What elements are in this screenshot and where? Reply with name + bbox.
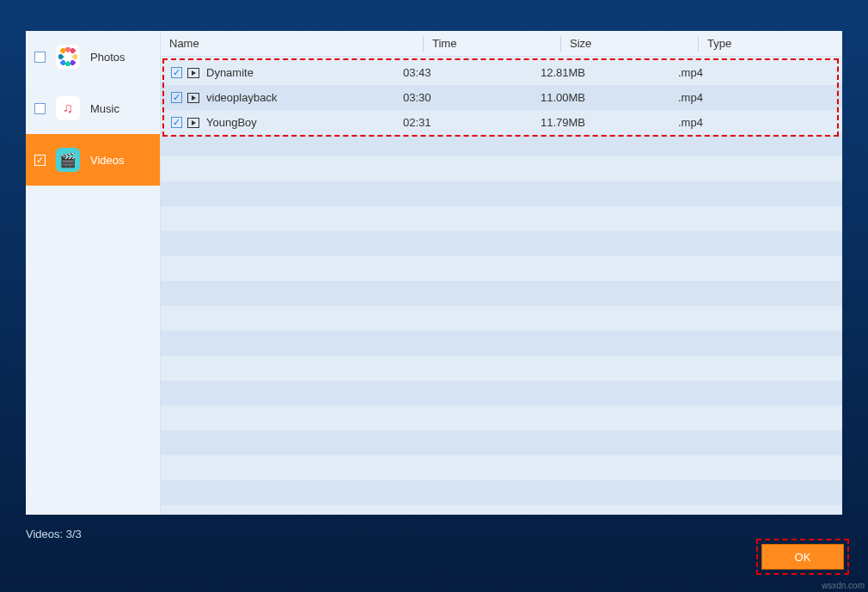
- sidebar-item-photos[interactable]: Photos: [26, 31, 160, 82]
- music-icon: ♫: [56, 96, 80, 120]
- checkbox-icon[interactable]: [34, 103, 46, 114]
- sidebar: Photos ♫ Music 🎬 Videos: [26, 31, 160, 515]
- cell-size: 11.79MB: [532, 116, 669, 129]
- checkbox-icon[interactable]: [171, 117, 182, 128]
- sidebar-item-videos[interactable]: 🎬 Videos: [26, 134, 160, 186]
- video-icon: [187, 118, 199, 128]
- checkbox-icon[interactable]: [171, 92, 182, 103]
- videos-icon: 🎬: [56, 148, 80, 172]
- status-text: Videos: 3/3: [26, 528, 82, 540]
- highlight-annotation: Dynamite 03:43 12.81MB .mp4 videoplaybac…: [162, 58, 839, 137]
- highlight-annotation: OK: [756, 539, 849, 575]
- col-header-type[interactable]: Type: [698, 36, 842, 52]
- sidebar-item-label: Music: [90, 102, 119, 115]
- cell-size: 11.00MB: [532, 91, 669, 104]
- cell-type: .mp4: [669, 91, 837, 104]
- watermark: wsxdn.com: [822, 581, 865, 590]
- main-panel: Photos ♫ Music 🎬 Videos Name Time Size T…: [26, 31, 842, 515]
- cell-type: .mp4: [669, 66, 837, 79]
- sidebar-item-music[interactable]: ♫ Music: [26, 82, 160, 134]
- photos-icon: [56, 45, 80, 69]
- table-row[interactable]: videoplayback 03:30 11.00MB .mp4: [164, 85, 837, 110]
- sidebar-item-label: Photos: [90, 51, 125, 64]
- cell-name: Dynamite: [206, 66, 254, 79]
- checkbox-icon[interactable]: [34, 155, 46, 166]
- checkbox-icon[interactable]: [34, 52, 46, 63]
- ok-button[interactable]: OK: [761, 544, 844, 570]
- cell-time: 02:31: [394, 116, 532, 129]
- video-icon: [187, 93, 199, 103]
- table-body[interactable]: Dynamite 03:43 12.81MB .mp4 videoplaybac…: [161, 57, 842, 515]
- checkbox-icon[interactable]: [171, 67, 182, 78]
- table-header: Name Time Size Type: [161, 31, 842, 57]
- table-row[interactable]: YoungBoy 02:31 11.79MB .mp4: [164, 110, 837, 135]
- cell-name: videoplayback: [206, 91, 277, 104]
- col-header-time[interactable]: Time: [423, 36, 560, 52]
- cell-time: 03:30: [394, 91, 532, 104]
- video-icon: [187, 68, 199, 78]
- cell-name: YoungBoy: [206, 116, 257, 129]
- sidebar-item-label: Videos: [90, 154, 125, 167]
- table-row[interactable]: Dynamite 03:43 12.81MB .mp4: [164, 60, 837, 85]
- cell-time: 03:43: [394, 66, 532, 79]
- cell-type: .mp4: [669, 116, 837, 129]
- cell-size: 12.81MB: [532, 66, 669, 79]
- col-header-name[interactable]: Name: [169, 37, 423, 50]
- content-area: Name Time Size Type Dynamite 03:43 12.81…: [160, 31, 842, 515]
- col-header-size[interactable]: Size: [560, 36, 698, 52]
